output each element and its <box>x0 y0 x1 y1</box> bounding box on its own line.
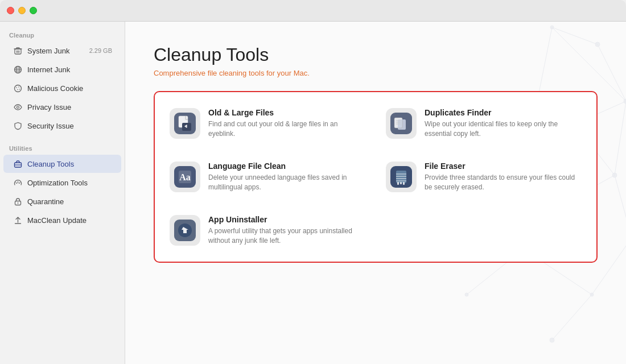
sidebar-item-optimization-tools[interactable]: Optimization Tools <box>3 173 121 192</box>
language-file-clean-icon: Aa <box>174 166 196 188</box>
tools-grid-wrapper: Old & Large Files Find and cut out your … <box>154 91 598 263</box>
app-uninstaller-name: App Uninstaller <box>208 215 365 224</box>
tools-grid: Old & Large Files Find and cut out your … <box>160 98 591 256</box>
cleanup-section-label: Cleanup <box>0 27 125 41</box>
language-file-clean-name: Language File Clean <box>208 162 365 171</box>
tool-item-app-uninstaller[interactable]: App Uninstaller A powerful utility that … <box>160 205 374 256</box>
svg-point-6 <box>17 89 18 90</box>
tool-item-language-file-clean[interactable]: Aa Language File Clean Delete your unnee… <box>160 151 374 202</box>
app-uninstaller-text: App Uninstaller A powerful utility that … <box>208 215 365 246</box>
svg-line-25 <box>552 27 598 44</box>
svg-point-14 <box>624 99 626 104</box>
file-eraser-name: File Eraser <box>425 162 582 171</box>
svg-point-4 <box>16 87 17 88</box>
duplicates-finder-desc: Wipe out your identical files to keep on… <box>425 119 582 139</box>
sidebar-item-cleanup-tools[interactable]: Cleanup Tools <box>3 155 121 173</box>
language-file-clean-icon-wrap: Aa <box>170 162 200 192</box>
old-large-files-name: Old & Large Files <box>208 108 365 117</box>
sidebar-item-macclean-update[interactable]: MacClean Update <box>3 211 121 229</box>
app-uninstaller-icon-wrap <box>170 215 200 246</box>
file-eraser-text: File Eraser Provide three standards to e… <box>425 162 582 192</box>
app-uninstaller-icon <box>174 220 196 241</box>
sidebar: Cleanup System Junk 2.29 GB <box>0 22 125 364</box>
system-junk-badge: 2.29 GB <box>89 47 112 54</box>
svg-point-11 <box>17 202 18 204</box>
language-file-clean-desc: Delete your unneeded language files save… <box>208 173 365 192</box>
utilities-section-label: Utilities <box>0 140 125 154</box>
svg-rect-64 <box>403 182 405 185</box>
svg-rect-62 <box>397 182 399 185</box>
old-large-files-text: Old & Large Files Find and cut out your … <box>208 108 365 139</box>
globe-icon <box>13 64 23 75</box>
old-large-files-desc: Find and cut out your old & large files … <box>208 119 365 139</box>
tool-item-old-large-files[interactable]: Old & Large Files Find and cut out your … <box>160 98 374 149</box>
svg-rect-48 <box>398 119 406 130</box>
shield-icon <box>13 121 23 131</box>
internet-junk-label: Internet Junk <box>27 65 112 74</box>
security-issue-label: Security Issue <box>27 122 112 130</box>
svg-point-16 <box>612 173 617 177</box>
system-junk-label: System Junk <box>27 47 85 55</box>
old-large-files-icon <box>174 113 196 134</box>
svg-point-5 <box>18 86 19 88</box>
svg-line-38 <box>552 295 592 340</box>
optimization-tools-label: Optimization Tools <box>27 179 112 187</box>
svg-point-21 <box>590 293 594 296</box>
svg-point-7 <box>19 89 20 90</box>
svg-point-8 <box>17 106 19 108</box>
svg-point-13 <box>550 26 554 29</box>
svg-line-33 <box>615 175 626 238</box>
cookie-icon <box>13 83 23 93</box>
speedometer-icon <box>13 177 23 188</box>
sidebar-item-quarantine[interactable]: Quarantine <box>3 192 121 210</box>
svg-point-3 <box>14 85 21 92</box>
sidebar-item-internet-junk[interactable]: Internet Junk <box>3 60 121 78</box>
svg-line-29 <box>615 101 626 175</box>
duplicates-finder-icon-wrap <box>386 108 417 139</box>
sidebar-item-system-junk[interactable]: System Junk 2.29 GB <box>3 42 121 60</box>
sidebar-item-security-issue[interactable]: Security Issue <box>3 117 121 135</box>
tool-item-file-eraser[interactable]: File Eraser Provide three standards to e… <box>377 151 591 202</box>
lock-icon <box>13 196 23 206</box>
titlebar <box>0 0 626 22</box>
page-subtitle: Comprehensive file cleaning tools for yo… <box>154 69 598 77</box>
app-container: Cleanup System Junk 2.29 GB <box>0 22 626 364</box>
quarantine-label: Quarantine <box>27 197 112 206</box>
sidebar-item-malicious-cookie[interactable]: Malicious Cookie <box>3 79 121 97</box>
macclean-update-label: MacClean Update <box>27 216 112 225</box>
tool-item-duplicates-finder[interactable]: Duplicates Finder Wipe out your identica… <box>377 98 591 149</box>
eye-icon <box>13 102 23 112</box>
sidebar-item-privacy-issue[interactable]: Privacy Issue <box>3 98 121 116</box>
svg-rect-63 <box>400 182 402 184</box>
duplicates-finder-icon <box>390 113 412 134</box>
file-eraser-desc: Provide three standards to ensure your f… <box>425 173 582 192</box>
svg-point-22 <box>550 338 554 342</box>
maximize-button[interactable] <box>30 7 37 14</box>
minimize-button[interactable] <box>18 7 26 14</box>
malicious-cookie-label: Malicious Cookie <box>27 84 112 93</box>
arrow-up-icon <box>13 215 23 225</box>
svg-point-24 <box>465 293 468 296</box>
svg-line-26 <box>598 44 626 101</box>
close-button[interactable] <box>7 7 14 14</box>
app-uninstaller-desc: A powerful utility that gets your apps u… <box>208 226 365 246</box>
traffic-lights <box>7 7 37 14</box>
duplicates-finder-text: Duplicates Finder Wipe out your identica… <box>425 108 582 139</box>
duplicates-finder-name: Duplicates Finder <box>425 108 582 117</box>
trash-icon <box>13 46 23 56</box>
cleanup-tools-label: Cleanup Tools <box>27 160 112 168</box>
file-eraser-icon <box>390 166 412 188</box>
file-eraser-icon-wrap <box>386 162 417 192</box>
briefcase-icon <box>13 159 23 169</box>
old-large-files-icon-wrap <box>170 108 200 139</box>
language-file-clean-text: Language File Clean Delete your unneeded… <box>208 162 365 192</box>
page-title: Cleanup Tools <box>154 44 598 65</box>
main-content: Cleanup Tools Comprehensive file cleanin… <box>125 22 626 364</box>
svg-text:Aa: Aa <box>179 172 191 182</box>
privacy-issue-label: Privacy Issue <box>27 103 112 111</box>
